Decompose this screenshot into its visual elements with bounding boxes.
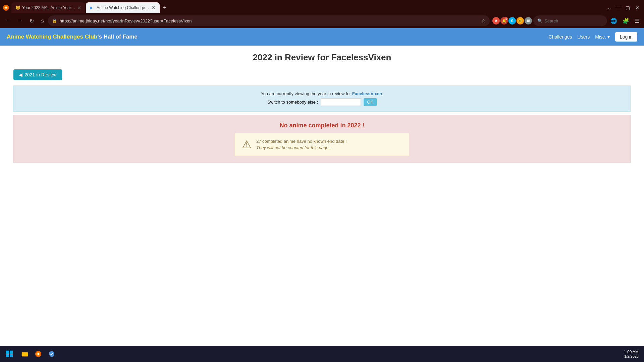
svg-rect-4 bbox=[10, 351, 13, 354]
restore-button[interactable]: ▢ bbox=[624, 4, 632, 12]
address-bar[interactable] bbox=[60, 18, 479, 23]
misc-dropdown[interactable]: Misc. ▾ bbox=[595, 34, 610, 40]
switch-row: Switch to somebody else : OK bbox=[19, 98, 625, 106]
ext-other-icon[interactable]: ⊞ bbox=[525, 17, 532, 24]
switch-label: Switch to somebody else : bbox=[267, 100, 318, 105]
svg-rect-3 bbox=[6, 351, 9, 354]
shield-app-icon[interactable] bbox=[46, 348, 58, 360]
extension-icons: A 🔔 1 S 😊 ⊞ bbox=[492, 17, 532, 24]
nav-bar: ← → ↻ ⌂ 🔒 ☆ A 🔔 1 S 😊 ⊞ 🔍 🌐 🧩 ☰ bbox=[0, 13, 644, 28]
site-logo-main: Anime Watching Challenges Club bbox=[7, 34, 97, 40]
forward-button[interactable]: → bbox=[15, 16, 25, 26]
taskbar-date-text: 1/2/2023 bbox=[624, 354, 639, 358]
back-arrow-icon: ◀ bbox=[19, 72, 22, 77]
file-explorer-icon[interactable] bbox=[19, 348, 31, 360]
warning-main-text: 27 completed anime have no known end dat… bbox=[256, 139, 347, 144]
back-to-2021-button[interactable]: ◀ 2021 in Review bbox=[13, 69, 62, 80]
login-button[interactable]: Log in bbox=[615, 32, 637, 42]
back-button[interactable]: ← bbox=[3, 16, 13, 26]
ext-emoji-icon[interactable]: 😊 bbox=[517, 17, 524, 24]
svg-point-12 bbox=[37, 353, 39, 355]
switch-user-input[interactable] bbox=[321, 98, 361, 106]
tab1-title: Your 2022 MAL Anime Year In R... bbox=[22, 5, 75, 10]
page-title: 2022 in Review for FacelessVixen bbox=[13, 52, 631, 63]
address-bar-wrapper: 🔒 ☆ bbox=[48, 15, 490, 26]
minimize-button[interactable]: ─ bbox=[615, 4, 622, 12]
svg-point-2 bbox=[5, 7, 7, 9]
translate-icon-button[interactable]: 🌐 bbox=[608, 16, 619, 25]
reload-button[interactable]: ↻ bbox=[27, 16, 37, 26]
page-content: 2022 in Review for FacelessVixen ◀ 2021 … bbox=[0, 46, 644, 170]
ok-button[interactable]: OK bbox=[364, 98, 377, 106]
taskbar: 1:09 AM 1/2/2023 bbox=[0, 346, 644, 362]
warning-triangle-icon: ⚠ bbox=[242, 138, 252, 151]
menu-button[interactable]: ☰ bbox=[633, 16, 641, 25]
svg-rect-5 bbox=[6, 354, 9, 357]
error-title: No anime completed in 2022 ! bbox=[20, 122, 624, 129]
firefox-icon bbox=[3, 4, 9, 11]
tab-bar: 🐱 Your 2022 MAL Anime Year In R... ✕ ▶ A… bbox=[0, 0, 644, 13]
taskbar-right: 1:09 AM 1/2/2023 bbox=[624, 350, 641, 358]
firefox-taskbar-icon[interactable] bbox=[32, 348, 44, 360]
username-link[interactable]: FacelessVixen bbox=[352, 91, 382, 96]
browser-chrome: 🐱 Your 2022 MAL Anime Year In R... ✕ ▶ A… bbox=[0, 0, 644, 28]
error-box: No anime completed in 2022 ! ⚠ 27 comple… bbox=[13, 115, 631, 163]
tab2-favicon: ▶ bbox=[90, 5, 95, 10]
search-bar-wrapper: 🔍 bbox=[533, 15, 607, 26]
warning-card: ⚠ 27 completed anime have no known end d… bbox=[235, 133, 409, 156]
new-tab-button[interactable]: + bbox=[160, 4, 169, 11]
extensions-button[interactable]: 🧩 bbox=[621, 16, 631, 25]
ext-notif-icon[interactable]: 🔔 1 bbox=[500, 17, 508, 24]
taskbar-clock: 1:09 AM 1/2/2023 bbox=[624, 350, 639, 358]
site-header: Anime Watching Challenges Club 's Hall o… bbox=[0, 28, 644, 46]
viewing-suffix: . bbox=[382, 91, 383, 96]
info-box: You are currently viewing the year in re… bbox=[13, 85, 631, 112]
search-icon: 🔍 bbox=[537, 18, 542, 23]
misc-chevron-icon: ▾ bbox=[607, 34, 610, 40]
windows-logo-icon bbox=[5, 350, 13, 358]
home-button[interactable]: ⌂ bbox=[38, 16, 47, 26]
search-input[interactable] bbox=[544, 18, 598, 23]
tab2-close-btn[interactable]: ✕ bbox=[152, 5, 156, 10]
bookmark-star-button[interactable]: ☆ bbox=[481, 18, 486, 23]
users-nav-link[interactable]: Users bbox=[578, 34, 590, 40]
tab-mal[interactable]: 🐱 Your 2022 MAL Anime Year In R... ✕ bbox=[11, 2, 85, 13]
warning-text: 27 completed anime have no known end dat… bbox=[256, 139, 347, 150]
back-btn-label: 2021 in Review bbox=[24, 72, 57, 77]
taskbar-time-text: 1:09 AM bbox=[624, 350, 639, 354]
warning-sub-text: They will not be counted for this page..… bbox=[256, 145, 347, 150]
tab2-title: Anime Watching Challenges Cl... bbox=[97, 5, 150, 10]
nav-right-icons: 🌐 🧩 ☰ bbox=[608, 16, 641, 25]
viewing-info-text: You are currently viewing the year in re… bbox=[19, 91, 625, 96]
svg-rect-6 bbox=[10, 354, 13, 357]
close-button[interactable]: ✕ bbox=[633, 4, 641, 12]
tab-awcc[interactable]: ▶ Anime Watching Challenges Cl... ✕ bbox=[86, 2, 160, 13]
site-logo[interactable]: Anime Watching Challenges Club 's Hall o… bbox=[7, 34, 138, 40]
lock-icon: 🔒 bbox=[52, 18, 57, 23]
tab1-close-btn[interactable]: ✕ bbox=[77, 5, 81, 10]
site-nav: Challenges Users Misc. ▾ Log in bbox=[549, 32, 637, 42]
challenges-nav-link[interactable]: Challenges bbox=[549, 34, 572, 40]
misc-label: Misc. bbox=[595, 34, 606, 40]
tab1-favicon: 🐱 bbox=[15, 5, 20, 10]
tab-controls: ⌄ ─ ▢ ✕ bbox=[605, 4, 641, 12]
site-logo-suffix: 's Hall of Fame bbox=[97, 34, 137, 40]
tab-list-button[interactable]: ⌄ bbox=[605, 4, 613, 12]
svg-rect-9 bbox=[22, 352, 24, 354]
ext-abp-icon[interactable]: A bbox=[492, 17, 500, 24]
taskbar-icons bbox=[19, 348, 58, 360]
ext-skype-icon[interactable]: S bbox=[508, 17, 516, 24]
start-button[interactable] bbox=[3, 347, 16, 361]
viewing-prefix: You are currently viewing the year in re… bbox=[261, 91, 352, 96]
